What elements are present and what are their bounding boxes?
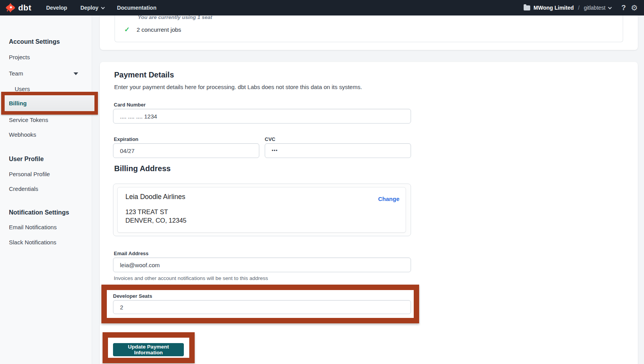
plan-summary-card: You are currently using 1 seat ✓ 2 concu…: [100, 15, 638, 50]
sidebar-item-webhooks[interactable]: Webhooks: [9, 131, 36, 138]
sidebar-item-personal-profile[interactable]: Personal Profile: [9, 171, 50, 177]
dbt-logo-text: dbt: [18, 3, 31, 12]
payment-details-description: Enter your payment details here for proc…: [114, 84, 362, 90]
sidebar-section-user-profile: User Profile: [9, 156, 44, 163]
billing-address-title: Billing Address: [114, 164, 171, 173]
plan-details-box: You are currently using 1 seat ✓ 2 concu…: [115, 15, 623, 42]
sidebar-section-notification-settings: Notification Settings: [9, 209, 69, 216]
sidebar-item-credentials[interactable]: Credentials: [9, 185, 38, 192]
annotation-box-developer-seats: Developer Seats: [101, 285, 419, 323]
sidebar-item-service-tokens[interactable]: Service Tokens: [9, 117, 48, 123]
sidebar-item-users[interactable]: Users: [15, 86, 30, 92]
card-number-label: Card Number: [114, 102, 146, 108]
email-address-input[interactable]: [113, 258, 411, 272]
billing-address-name: Leia Doodle Airlines: [125, 193, 185, 201]
folder-icon: [524, 5, 530, 10]
email-address-label: Email Address: [114, 251, 149, 256]
billing-address-card: Leia Doodle Airlines Change 123 TREAT ST…: [117, 187, 406, 233]
plan-feature-concurrent-jobs: 2 concurrent jobs: [137, 26, 181, 33]
annotation-box-billing: Billing: [1, 92, 98, 115]
email-helper-text: Invoices and other account notifications…: [114, 275, 268, 281]
sidebar-section-account-settings: Account Settings: [9, 38, 60, 45]
cvc-input[interactable]: [265, 143, 411, 158]
expiration-label: Expiration: [114, 136, 139, 142]
sidebar-item-billing[interactable]: Billing: [9, 95, 27, 111]
cvc-label: CVC: [265, 136, 275, 142]
sidebar-item-projects[interactable]: Projects: [9, 54, 30, 60]
account-org-name[interactable]: MWong Limited: [534, 5, 574, 11]
sidebar-item-email-notifications[interactable]: Email Notifications: [9, 224, 57, 230]
payment-details-card: Payment Details Enter your payment detai…: [100, 62, 638, 364]
chevron-down-icon: [101, 5, 105, 9]
nav-item-documentation[interactable]: Documentation: [117, 5, 156, 11]
settings-sidebar: Account Settings Projects Team Users Ser…: [0, 15, 92, 364]
billing-address-container: Leia Doodle Airlines Change 123 TREAT ST…: [113, 184, 411, 236]
card-number-input[interactable]: [113, 109, 411, 124]
sidebar-item-team[interactable]: Team: [9, 70, 23, 77]
nav-item-deploy[interactable]: Deploy: [80, 5, 104, 11]
chevron-down-icon: [608, 5, 612, 9]
annotation-box-update-button: Update Payment Information: [103, 332, 195, 363]
billing-address-line2: DENVER, CO, 12345: [125, 217, 187, 224]
dbt-logo-icon: [5, 3, 15, 13]
gear-icon[interactable]: ⚙: [631, 3, 638, 12]
developer-seats-input[interactable]: [113, 300, 411, 314]
caret-down-icon[interactable]: [74, 72, 78, 75]
nav-item-develop[interactable]: Develop: [46, 5, 67, 11]
developer-seats-label: Developer Seats: [113, 293, 152, 299]
expiration-input[interactable]: [113, 143, 259, 158]
sidebar-item-slack-notifications[interactable]: Slack Notifications: [9, 239, 57, 246]
breadcrumb-separator: /: [578, 5, 580, 11]
billing-address-line1: 123 TREAT ST: [125, 208, 168, 216]
check-icon: ✓: [124, 26, 130, 34]
project-switcher[interactable]: gitlabtest: [584, 5, 611, 11]
payment-details-title: Payment Details: [114, 70, 174, 79]
dbt-logo[interactable]: dbt: [5, 3, 31, 13]
top-navigation-bar: dbt Develop Deploy Documentation MWong L…: [0, 0, 644, 15]
change-address-link[interactable]: Change: [378, 196, 399, 202]
update-payment-button[interactable]: Update Payment Information: [113, 343, 184, 356]
help-icon[interactable]: ?: [621, 3, 626, 12]
seat-usage-note: You are currently using 1 seat: [138, 15, 212, 20]
